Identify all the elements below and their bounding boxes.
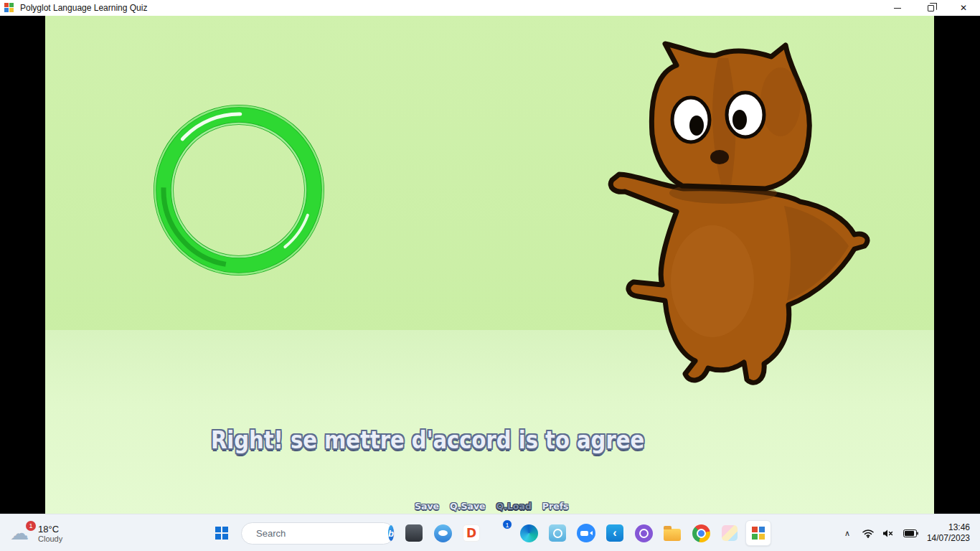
polyglot-pixel-icon (752, 527, 765, 540)
quiz-feedback-text: Right! se mettre d'accord is to agree (211, 426, 644, 454)
tray-time: 13:46 (927, 522, 970, 533)
taskbar-center: b D 1 ‹ (207, 517, 773, 550)
system-tray: ∧ (841, 514, 980, 551)
polyglot-quiz-app-icon[interactable] (744, 517, 773, 550)
microsoft-grid-app-icon[interactable]: 1 (486, 517, 514, 550)
quick-save-button[interactable]: Q.Save (450, 501, 485, 512)
tray-date: 14/07/2023 (927, 533, 970, 544)
minimize-icon (894, 8, 901, 9)
bear-character-graphic (605, 34, 877, 392)
save-button[interactable]: Save (415, 501, 439, 512)
cloud-icon: ☁ 1 (10, 522, 33, 544)
taskbar: ☁ 1 18°C Cloudy b D (0, 514, 980, 551)
weather-text: 18°C Cloudy (38, 524, 62, 543)
window-title: Polyglot Language Learning Quiz (20, 3, 147, 13)
weather-temp: 18°C (38, 524, 62, 534)
chat-app-icon[interactable] (428, 517, 457, 550)
edge-browser-icon[interactable] (514, 517, 543, 550)
start-button[interactable] (207, 517, 236, 550)
weather-condition: Cloudy (38, 534, 62, 543)
wifi-icon[interactable] (862, 529, 874, 538)
search-box[interactable]: b (241, 522, 395, 545)
battery-icon[interactable] (903, 529, 918, 537)
prefs-button[interactable]: Prefs (542, 501, 569, 512)
clock[interactable]: 13:46 14/07/2023 (927, 522, 970, 544)
teal-app-icon[interactable] (543, 517, 572, 550)
desktop: Polyglot Language Learning Quiz ✕ (0, 0, 980, 551)
weather-widget[interactable]: ☁ 1 18°C Cloudy (4, 517, 68, 550)
misc-app-icon[interactable] (715, 517, 744, 550)
game-window: Right! se mettre d'accord is to agree Sa… (0, 16, 980, 514)
chrome-browser-icon[interactable] (687, 517, 715, 550)
file-explorer-icon[interactable] (658, 517, 687, 550)
purple-app-icon[interactable] (629, 517, 658, 550)
notification-badge: 1 (26, 521, 36, 531)
search-input[interactable] (256, 528, 382, 539)
bing-icon[interactable]: b (388, 525, 394, 541)
window-titlebar: Polyglot Language Learning Quiz ✕ (0, 0, 980, 16)
game-menu: Save Q.Save Q.Load Prefs (415, 501, 569, 512)
zoom-icon[interactable] (572, 517, 600, 550)
close-button[interactable]: ✕ (947, 0, 980, 16)
d-app-icon[interactable]: D (457, 517, 486, 550)
app-notification-badge: 1 (502, 519, 512, 529)
restore-button[interactable] (914, 0, 947, 16)
game-scene[interactable]: Right! se mettre d'accord is to agree Sa… (45, 16, 934, 514)
green-ring-graphic (149, 100, 329, 280)
windows-logo-icon (215, 527, 228, 540)
hidden-icons-chevron[interactable]: ∧ (841, 529, 854, 538)
active-app-highlight (745, 520, 771, 546)
quick-load-button[interactable]: Q.Load (496, 501, 532, 512)
volume-muted-icon[interactable] (882, 529, 895, 538)
minimize-button[interactable] (881, 0, 914, 16)
app-icon (4, 3, 14, 13)
restore-icon (928, 5, 934, 11)
vscode-icon[interactable]: ‹ (600, 517, 629, 550)
dark-app-icon[interactable] (400, 517, 428, 550)
